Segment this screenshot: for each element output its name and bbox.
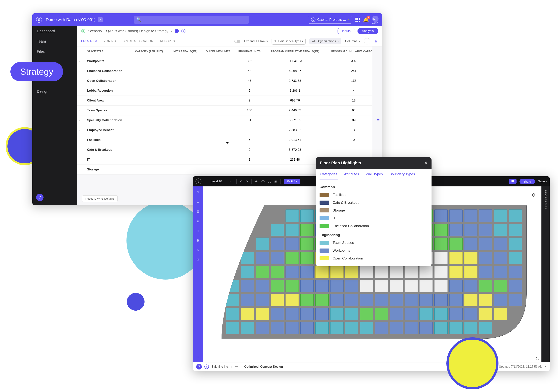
- zoom-in-button[interactable]: ＋: [532, 200, 536, 205]
- table-row[interactable]: ›Employee Benefit52,383.923: [77, 125, 382, 135]
- collapse-rail-icon[interactable]: ‹: [195, 354, 201, 360]
- org-selector[interactable]: S Capital Projects ... ▾: [308, 16, 352, 24]
- tab-reports[interactable]: REPORTS: [160, 37, 175, 46]
- breadcrumb-org[interactable]: Saltmine Inc.: [211, 365, 229, 368]
- chevron-right-icon[interactable]: ›: [79, 159, 80, 161]
- legend-row[interactable]: Cafe & Breakout: [320, 199, 428, 206]
- sidebar-item-team[interactable]: Team: [32, 36, 77, 46]
- breadcrumb-doc[interactable]: Optimized_Concept Design: [244, 365, 283, 368]
- chevron-right-icon[interactable]: ›: [79, 129, 80, 132]
- search-input[interactable]: 🔍: [134, 16, 249, 24]
- breadcrumb-ellipsis[interactable]: •••: [235, 365, 238, 368]
- floorplan-room: [300, 209, 314, 222]
- frame-icon[interactable]: ▣: [274, 180, 277, 183]
- tab-program[interactable]: PROGRAM: [81, 36, 97, 46]
- table-row[interactable]: ›Specialty Collaboration313,271.6589: [77, 115, 382, 125]
- legend-swatch: [320, 201, 329, 205]
- legend-row[interactable]: Enclosed Collaboration: [320, 222, 428, 230]
- settings-tool-icon[interactable]: ⚙: [195, 257, 201, 262]
- camera-tool-icon[interactable]: ◉: [195, 237, 201, 243]
- plan-mode-toggle[interactable]: 2D PLAN: [284, 179, 300, 184]
- image-tool-icon[interactable]: ▧: [195, 218, 201, 224]
- avatar[interactable]: MA: [372, 16, 378, 22]
- zoom-out-button[interactable]: −: [532, 207, 535, 212]
- legend-row[interactable]: Facilities: [320, 191, 428, 199]
- edit-space-types-button[interactable]: ✎ Edit Space Types: [271, 38, 306, 45]
- popover-tab-wall-types[interactable]: Wall Types: [365, 169, 384, 180]
- fit-icon[interactable]: ⛶: [268, 180, 271, 183]
- share-button[interactable]: Share: [520, 179, 535, 184]
- chevron-down-icon[interactable]: ▾: [171, 30, 172, 32]
- columns-selector[interactable]: Columns ▾: [345, 40, 360, 43]
- file-tab[interactable]: Demo with Data (NYC-001) ✕: [46, 17, 103, 22]
- chair-tool-icon[interactable]: ☖: [195, 199, 201, 204]
- collapse-panel-icon[interactable]: ≡: [377, 117, 380, 122]
- popover-tab-boundary-types[interactable]: Boundary Types: [389, 169, 416, 180]
- chevron-right-icon[interactable]: ›: [79, 149, 80, 151]
- export-tool-icon[interactable]: ⇪: [195, 228, 201, 233]
- sidebar-item-design[interactable]: Design: [32, 86, 77, 97]
- legend-row[interactable]: IT: [320, 214, 428, 222]
- sun-tool-icon[interactable]: ☀: [195, 247, 201, 253]
- chevron-right-icon[interactable]: ›: [79, 119, 80, 122]
- table-row[interactable]: ›Team Spaces1062,446.6364: [77, 106, 382, 115]
- fullscreen-icon[interactable]: ⛶: [536, 357, 540, 360]
- lasso-icon[interactable]: ◯: [261, 180, 265, 183]
- help-button[interactable]: ?: [196, 364, 202, 369]
- help-button[interactable]: ?: [36, 194, 44, 201]
- close-tab-button[interactable]: ✕: [98, 17, 103, 22]
- chevron-right-icon[interactable]: ›: [79, 60, 80, 63]
- chevron-right-icon[interactable]: ›: [79, 139, 80, 141]
- layers-tool-icon[interactable]: ▤: [195, 208, 201, 214]
- inputs-button[interactable]: Inputs: [337, 28, 355, 34]
- floorplan-room: [494, 252, 507, 264]
- undo-icon[interactable]: ↶: [240, 180, 242, 183]
- chevron-right-icon[interactable]: ›: [79, 99, 80, 102]
- table-row[interactable]: ›Open Collaboration432,733.33155: [77, 76, 382, 86]
- table-row[interactable]: ›Enclosed Collaboration686,568.87241: [77, 66, 382, 76]
- org-filter[interactable]: All Organizations ▾: [309, 38, 341, 44]
- legend-row[interactable]: Workpoints: [320, 247, 428, 255]
- table-row[interactable]: ›Facilities62,913.610: [77, 135, 382, 145]
- floorplan-room: [464, 280, 478, 292]
- table-row[interactable]: ›Client Area2699.7618: [77, 96, 382, 106]
- analysis-button[interactable]: Analysis: [357, 28, 378, 34]
- sidebar-item-files[interactable]: Files: [32, 46, 77, 57]
- legend-row[interactable]: Storage: [320, 206, 428, 214]
- popover-tab-categories[interactable]: Categories: [320, 169, 338, 180]
- pan-icon[interactable]: ✥: [532, 192, 536, 198]
- chevron-right-icon[interactable]: ›: [79, 109, 80, 112]
- tab-space-allocation[interactable]: SPACE ALLOCATION: [122, 37, 153, 46]
- table-row[interactable]: ›Lobby/Reception21,206.14: [77, 86, 382, 96]
- popover-tab-attributes[interactable]: Attributes: [343, 169, 360, 180]
- apps-grid-icon[interactable]: [356, 18, 360, 22]
- info-icon[interactable]: i: [181, 29, 185, 33]
- pen-tool-icon[interactable]: ✎: [195, 189, 201, 195]
- legend-row[interactable]: Team Spaces: [320, 239, 428, 247]
- tab-zoning[interactable]: ZONING: [104, 37, 116, 46]
- legend-row[interactable]: Open Collaboration: [320, 255, 428, 262]
- chevron-right-icon[interactable]: ›: [79, 80, 80, 82]
- chevron-right-icon[interactable]: ›: [79, 90, 80, 92]
- comments-button[interactable]: [509, 179, 516, 184]
- chevron-right-icon[interactable]: ›: [79, 168, 80, 171]
- search-field[interactable]: [143, 18, 246, 21]
- properties-rail[interactable]: PROPERTIES: [541, 187, 550, 362]
- expand-rows-toggle[interactable]: [234, 40, 240, 43]
- redo-icon[interactable]: ↷: [246, 180, 248, 183]
- notifications-button[interactable]: 🔔 1: [363, 17, 369, 23]
- visibility-icon[interactable]: 👁: [255, 180, 258, 183]
- plan-mode-label: 2D PLAN: [287, 180, 297, 183]
- close-popover-button[interactable]: ✕: [424, 161, 427, 165]
- sidebar-item-dashboard[interactable]: Dashboard: [32, 26, 77, 36]
- reset-defaults-button[interactable]: Reset To WPS Defaults: [82, 195, 118, 202]
- level-selector[interactable]: Level 10 ▾: [208, 179, 233, 184]
- app-logo-icon[interactable]: S: [195, 179, 201, 184]
- more-actions-button[interactable]: ⋯: [364, 38, 370, 44]
- table-row[interactable]: ›Workpoints39211,641.23392: [77, 56, 382, 66]
- app-logo-icon[interactable]: S: [36, 17, 42, 23]
- chevron-right-icon[interactable]: ›: [79, 70, 80, 72]
- print-icon[interactable]: 🖨: [374, 39, 378, 44]
- table-row[interactable]: ›Cafe & Breakout95,370.03: [77, 145, 382, 155]
- save-dropdown[interactable]: Save ▾: [538, 180, 547, 183]
